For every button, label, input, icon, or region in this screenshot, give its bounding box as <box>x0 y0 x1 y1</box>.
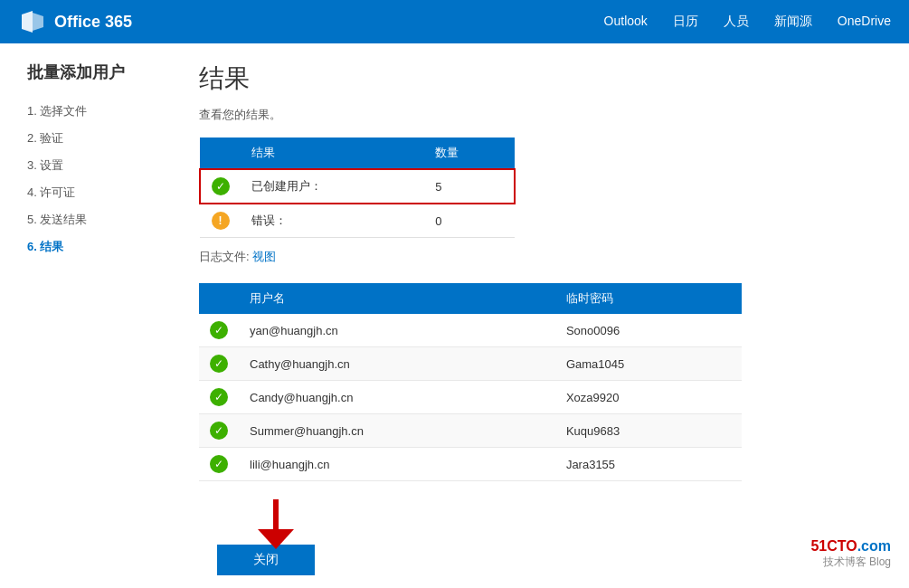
users-col-username: 用户名 <box>239 283 555 314</box>
user-check-icon: ✓ <box>210 455 228 473</box>
results-col-count: 数量 <box>424 138 515 169</box>
header: Office 365 Outlook 日历 人员 新闻源 OneDrive <box>0 0 909 43</box>
results-created-label: 已创建用户： <box>241 169 424 204</box>
nav-news[interactable]: 新闻源 <box>774 14 812 30</box>
user-email: Candy@huangjh.cn <box>239 381 555 414</box>
svg-marker-2 <box>33 13 43 31</box>
users-col-icon <box>199 283 239 314</box>
page-title: 结果 <box>199 62 882 96</box>
user-password: Sono0096 <box>555 314 742 347</box>
page-subtitle: 查看您的结果。 <box>199 107 882 123</box>
users-col-password: 临时密码 <box>555 283 742 314</box>
warn-icon: ! <box>212 212 230 230</box>
user-icon-cell: ✓ <box>199 414 239 448</box>
sidebar-item-verify[interactable]: 2. 验证 <box>27 125 163 152</box>
user-email: Summer@huangjh.cn <box>239 414 555 448</box>
red-arrow-icon <box>253 499 298 549</box>
log-link-row: 日志文件: 视图 <box>199 249 882 265</box>
sidebar-title: 批量添加用户 <box>27 62 163 83</box>
results-created-value: 5 <box>424 169 515 204</box>
nav-people[interactable]: 人员 <box>724 14 749 30</box>
user-icon-cell: ✓ <box>199 448 239 481</box>
log-text: 日志文件: <box>199 250 252 263</box>
user-email: yan@huangjh.cn <box>239 314 555 347</box>
office-icon <box>18 7 47 36</box>
user-check-icon: ✓ <box>210 388 228 406</box>
nav-calendar[interactable]: 日历 <box>673 14 698 30</box>
user-password: Jara3155 <box>555 448 742 481</box>
watermark: 51CTO.com 技术博客 Blog <box>810 538 891 570</box>
user-check-icon: ✓ <box>210 321 228 339</box>
sidebar-item-send-results[interactable]: 5. 发送结果 <box>27 206 163 233</box>
results-created-icon-cell: ✓ <box>200 169 241 204</box>
sidebar-item-select-file[interactable]: 1. 选择文件 <box>27 98 163 125</box>
user-email: lili@huangjh.cn <box>239 448 555 481</box>
users-table-row: ✓ lili@huangjh.cn Jara3155 <box>199 448 742 481</box>
check-icon: ✓ <box>212 177 230 195</box>
results-error-value: 0 <box>424 204 515 238</box>
user-icon-cell: ✓ <box>199 347 239 381</box>
results-table-header: 结果 数量 <box>200 138 515 169</box>
sidebar-item-results[interactable]: 6. 结果 <box>27 233 163 261</box>
results-row-created: ✓ 已创建用户： 5 <box>200 169 515 204</box>
content: 结果 查看您的结果。 结果 数量 ✓ 已创建用户： 5 <box>199 62 882 575</box>
user-email: Cathy@huangjh.cn <box>239 347 555 381</box>
nav-onedrive[interactable]: OneDrive <box>838 14 891 30</box>
user-icon-cell: ✓ <box>199 314 239 347</box>
close-button[interactable]: 关闭 <box>217 545 315 575</box>
results-error-label: 错误： <box>241 204 424 238</box>
users-table-row: ✓ Summer@huangjh.cn Kuqu9683 <box>199 414 742 448</box>
sidebar-item-license[interactable]: 4. 许可证 <box>27 179 163 206</box>
users-table-row: ✓ Candy@huangjh.cn Xoza9920 <box>199 381 742 414</box>
results-row-errors: ! 错误： 0 <box>200 204 515 238</box>
sidebar-steps: 1. 选择文件 2. 验证 3. 设置 4. 许可证 5. 发送结果 6. 结果 <box>27 98 163 261</box>
results-table: 结果 数量 ✓ 已创建用户： 5 ! 错误： 0 <box>199 138 516 238</box>
close-section: 关闭 <box>199 499 882 575</box>
log-view-link[interactable]: 视图 <box>252 250 276 263</box>
results-col-icon <box>200 138 241 169</box>
user-check-icon: ✓ <box>210 422 228 440</box>
svg-marker-4 <box>258 529 294 549</box>
svg-marker-1 <box>22 11 33 33</box>
users-table-header: 用户名 临时密码 <box>199 283 742 314</box>
users-table-row: ✓ yan@huangjh.cn Sono0096 <box>199 314 742 347</box>
user-password: Kuqu9683 <box>555 414 742 448</box>
results-error-icon-cell: ! <box>200 204 241 238</box>
users-table: 用户名 临时密码 ✓ yan@huangjh.cn Sono0096 ✓ Cat… <box>199 283 742 481</box>
sidebar: 批量添加用户 1. 选择文件 2. 验证 3. 设置 4. 许可证 5. 发送结… <box>27 62 163 575</box>
users-table-row: ✓ Cathy@huangjh.cn Gama1045 <box>199 347 742 381</box>
user-password: Gama1045 <box>555 347 742 381</box>
user-password: Xoza9920 <box>555 381 742 414</box>
results-col-result: 结果 <box>241 138 424 169</box>
user-icon-cell: ✓ <box>199 381 239 414</box>
logo-text: Office 365 <box>54 13 132 32</box>
header-nav: Outlook 日历 人员 新闻源 OneDrive <box>604 14 891 30</box>
watermark-sub: 技术博客 Blog <box>810 555 891 570</box>
main-container: 批量添加用户 1. 选择文件 2. 验证 3. 设置 4. 许可证 5. 发送结… <box>0 43 909 588</box>
arrow-container <box>217 499 362 545</box>
logo: Office 365 <box>18 7 132 36</box>
watermark-brand: 51CTO.com <box>810 538 891 555</box>
nav-outlook[interactable]: Outlook <box>604 14 648 30</box>
sidebar-item-settings[interactable]: 3. 设置 <box>27 152 163 179</box>
user-check-icon: ✓ <box>210 355 228 373</box>
